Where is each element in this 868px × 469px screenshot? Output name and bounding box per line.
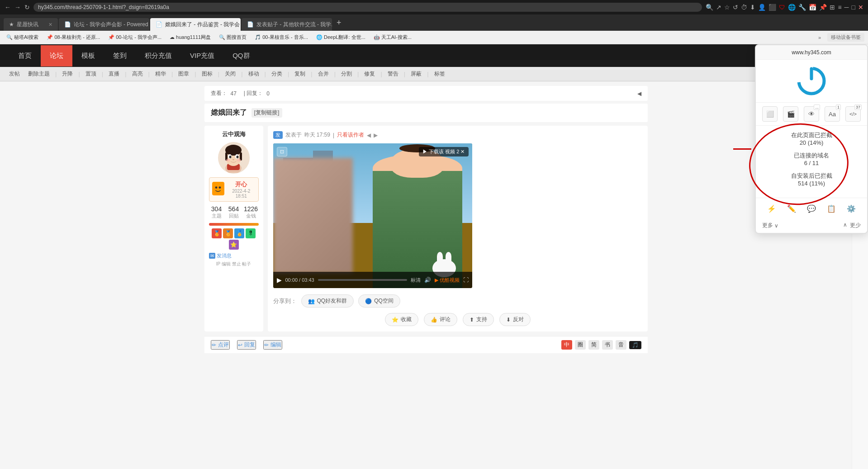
nav-forum[interactable]: 论坛: [41, 45, 72, 66]
back-icon[interactable]: ←: [5, 4, 11, 11]
bookmark-icon[interactable]: ☆: [724, 4, 730, 11]
adblock-icon[interactable]: 🛡: [779, 4, 785, 11]
bookmarks-more-button[interactable]: »: [818, 35, 821, 40]
subnav-repair[interactable]: 修复: [359, 67, 380, 81]
subnav-live[interactable]: 直播: [103, 67, 125, 81]
new-tab-button[interactable]: +: [333, 18, 345, 28]
video-overlay-btn[interactable]: ⊡: [277, 147, 287, 156]
tab-0[interactable]: ★ 星愿快讯 ✕: [4, 18, 58, 31]
pin-icon[interactable]: 📌: [819, 4, 827, 11]
nav-template[interactable]: 模板: [72, 45, 104, 66]
support-button[interactable]: ⬆ 支持: [463, 313, 494, 326]
reload-icon[interactable]: ↺: [733, 4, 738, 11]
ime-icon-1[interactable]: 圈: [575, 340, 586, 350]
download-icon[interactable]: ⬇: [750, 4, 755, 11]
subnav-pin[interactable]: 置顶: [80, 67, 102, 81]
comment-post-button[interactable]: ✏ 点评: [211, 340, 230, 350]
mobile-settings-link[interactable]: 移动设备书签: [827, 33, 864, 42]
crop-icon[interactable]: ⬛: [768, 4, 776, 11]
comment-button[interactable]: 👍 评论: [424, 313, 457, 326]
maximize-icon[interactable]: □: [852, 4, 855, 11]
subnav-delete[interactable]: 删除主题: [23, 67, 55, 81]
subnav-merge[interactable]: 合并: [313, 67, 334, 81]
ime-icon-3[interactable]: 书: [602, 340, 613, 350]
nav-arrow-1[interactable]: ◀: [367, 132, 371, 138]
ext-tool-layout[interactable]: ⬜: [762, 106, 778, 122]
close-icon[interactable]: ✕: [858, 4, 863, 11]
bookmark-6[interactable]: 🌐 DeepL翻译: 全世...: [313, 33, 368, 42]
send-message-link[interactable]: ✉ 发消息: [209, 252, 259, 259]
bookmark-4[interactable]: 🔍 图搜首页: [216, 33, 249, 42]
bookmark-3[interactable]: ☁ huang1111网盘: [167, 33, 213, 42]
ext-less-button[interactable]: 更少: [850, 222, 861, 229]
reply-post-button[interactable]: ↩ 回复: [237, 340, 256, 350]
ext-tool-code[interactable]: </> 37: [845, 106, 861, 122]
ext-bt-clipboard[interactable]: 📋: [825, 202, 838, 215]
ime-icon-2[interactable]: 简: [588, 340, 599, 350]
sub-nav-back[interactable]: 发帖: [9, 70, 20, 78]
tab-0-close[interactable]: ✕: [48, 22, 52, 28]
edit-post-button[interactable]: ✏ 编辑: [263, 340, 282, 350]
history-icon[interactable]: ⏱: [741, 4, 747, 11]
video-download-bar[interactable]: ▶ 下载该 视频 2 ✕: [419, 147, 468, 156]
layout-icon[interactable]: ⊞: [830, 4, 835, 11]
extension1-icon[interactable]: 🔧: [798, 4, 806, 11]
subnav-rank[interactable]: 升降: [57, 67, 78, 81]
ext-bt-chat[interactable]: 💬: [805, 202, 818, 215]
ime-icon-0[interactable]: 中: [561, 340, 572, 350]
tab-1[interactable]: 📄 论坛 - 我学会声会影 - Powered ✕: [59, 18, 149, 31]
tab-3[interactable]: 📄 发表贴子 - 其他软件交流 - 我学... ✕: [242, 18, 332, 31]
refresh-icon[interactable]: ↻: [24, 4, 30, 11]
nav-home[interactable]: 首页: [9, 45, 41, 66]
tiktok-icon[interactable]: 🎵: [629, 341, 641, 349]
video-volume-button[interactable]: 🔊: [424, 277, 431, 283]
bookmark-2[interactable]: 📌 00-论坛 - 我学会声...: [105, 33, 164, 42]
share-qq-space-button[interactable]: 🔵 QQ空间: [358, 294, 400, 308]
subnav-tag[interactable]: 标签: [429, 67, 451, 81]
nav-arrow-2[interactable]: ▶: [374, 132, 378, 138]
forward-icon[interactable]: →: [14, 4, 21, 11]
subnav-split[interactable]: 分割: [336, 67, 357, 81]
ime-icon-4[interactable]: 音: [616, 340, 626, 350]
tab-2[interactable]: 📄 嫦娥回来了 - 作品鉴赏 - 我学会 ✕: [150, 18, 241, 31]
globe-icon[interactable]: 🌐: [788, 4, 796, 11]
author-only-button[interactable]: 只看该作者: [337, 131, 364, 139]
collect-button[interactable]: ⭐ 收藏: [385, 313, 418, 326]
bookmark-7[interactable]: 🤖 天工AI-搜索...: [371, 33, 414, 42]
subnav-icon[interactable]: 图标: [196, 67, 218, 81]
search-icon[interactable]: 🔍: [706, 4, 713, 11]
user-icon[interactable]: 👤: [758, 4, 766, 11]
subnav-move[interactable]: 移动: [243, 67, 265, 81]
menu-icon[interactable]: ≡: [838, 4, 841, 11]
ext-bt-gear[interactable]: ⚙️: [844, 202, 858, 215]
ext-power-button[interactable]: [796, 65, 827, 97]
ext-bt-pen[interactable]: ✏️: [785, 202, 798, 215]
ext-tool-eye[interactable]: 👁 ...: [804, 106, 819, 122]
video-quality[interactable]: 标清: [411, 277, 421, 284]
ext-more-button[interactable]: 更多 ∨: [762, 222, 778, 229]
nav-credits[interactable]: 积分充值: [136, 45, 181, 66]
subnav-close[interactable]: 关闭: [219, 67, 241, 81]
subnav-copy[interactable]: 复制: [289, 67, 311, 81]
share-qq-group-button[interactable]: 👥 QQ好友和群: [301, 294, 354, 308]
copy-link-button[interactable]: [复制链接]: [251, 108, 282, 118]
nav-qq[interactable]: QQ群: [223, 45, 259, 66]
subnav-highlight[interactable]: 高亮: [127, 67, 148, 81]
subnav-warn[interactable]: 警告: [382, 67, 404, 81]
address-bar[interactable]: hy345.com/thread-250709-1-1.html?_dsign=…: [33, 3, 702, 12]
nav-checkin[interactable]: 签到: [104, 45, 136, 66]
subnav-block[interactable]: 屏蔽: [405, 67, 427, 81]
video-play-button[interactable]: ▶: [277, 276, 282, 284]
subnav-featured[interactable]: 精华: [150, 67, 171, 81]
ext-tool-font[interactable]: Aa 1: [825, 106, 840, 122]
bookmark-1[interactable]: 📌 08-果核剥壳 - 还原...: [44, 33, 103, 42]
ext-tool-video[interactable]: 🎬: [783, 106, 798, 122]
video-progress-bar[interactable]: [318, 279, 407, 281]
bookmark-5[interactable]: 🎵 00-果核音乐 - 音乐...: [252, 33, 311, 42]
share-icon[interactable]: ↗: [716, 4, 721, 11]
nav-vip[interactable]: VIP充值: [181, 45, 223, 66]
subnav-stamp[interactable]: 图章: [173, 67, 194, 81]
minimize-icon[interactable]: ─: [844, 4, 849, 11]
subnav-classify[interactable]: 分类: [266, 67, 288, 81]
bookmark-0[interactable]: 🔍 秘塔AI搜索: [4, 33, 41, 42]
